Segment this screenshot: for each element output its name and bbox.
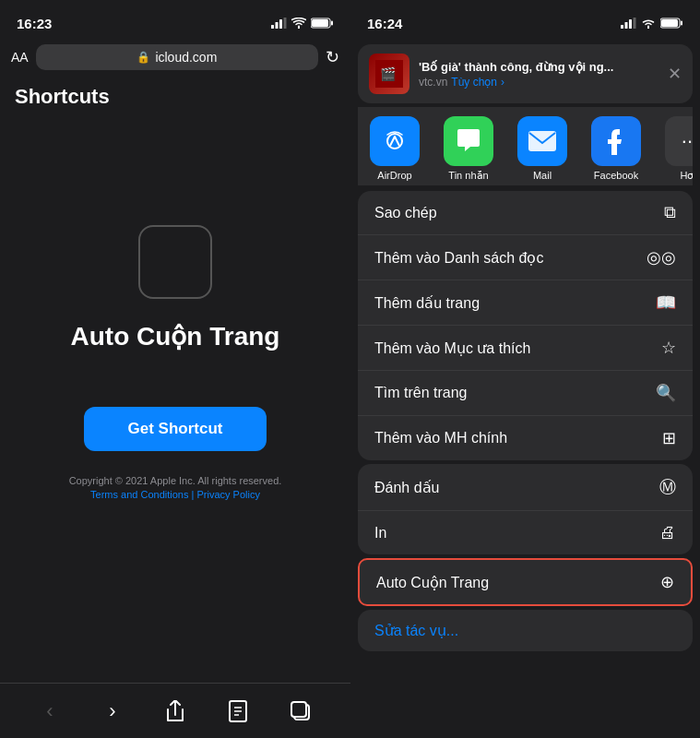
svg-rect-19: [681, 21, 682, 26]
menu-item-find[interactable]: Tìm trên trang 🔍: [358, 371, 693, 416]
shortcuts-title: Shortcuts: [0, 74, 350, 116]
share-notification: 🎬 'Bố già' thành công, đừng vội ng... vt…: [358, 44, 693, 103]
airdrop-icon: [370, 116, 420, 166]
svg-rect-2: [279, 19, 282, 29]
edit-actions-label: Sửa tác vụ...: [374, 623, 458, 638]
mail-label: Mail: [533, 170, 552, 181]
share-button[interactable]: [155, 691, 196, 732]
edit-actions-button[interactable]: Sửa tác vụ...: [358, 610, 693, 651]
menu-item-reading-list[interactable]: Thêm vào Danh sách đọc ◎◎: [358, 235, 693, 280]
back-button[interactable]: ‹: [30, 691, 70, 732]
svg-rect-14: [625, 22, 628, 29]
menu-item-bookmark[interactable]: Thêm dấu trang 📖: [358, 280, 693, 326]
url-bar[interactable]: 🔒 icloud.com: [36, 44, 318, 70]
notif-image: 🎬: [375, 60, 403, 88]
menu-item-bookmark-label: Thêm dấu trang: [374, 294, 480, 312]
svg-rect-5: [312, 19, 328, 27]
shortcut-icon: [138, 225, 212, 299]
facebook-label: Facebook: [594, 170, 638, 181]
left-panel: 16:23 AA: [0, 0, 350, 738]
share-app-mail[interactable]: Mail: [505, 116, 579, 182]
facebook-icon: [591, 116, 641, 166]
notif-close-button[interactable]: ✕: [668, 64, 682, 84]
bookmark-icon: 📖: [656, 292, 676, 313]
copyright-text: Copyright © 2021 Apple Inc. All rights r…: [69, 473, 282, 490]
notif-option-link[interactable]: Tùy chọn: [451, 76, 497, 89]
chevron-right-icon: ›: [501, 76, 504, 89]
menu-item-find-label: Tìm trên trang: [374, 385, 467, 401]
menu-item-add-home-label: Thêm vào MH chính: [374, 430, 507, 446]
shortcut-name: Auto Cuộn Trang: [71, 321, 280, 351]
url-text: icloud.com: [155, 50, 217, 65]
left-content: Auto Cuộn Trang Get Shortcut Copyright ©…: [0, 116, 350, 683]
share-apps-row: AirDrop Tin nhắn Mail: [358, 107, 693, 185]
right-battery-icon: [660, 18, 683, 29]
refresh-button[interactable]: ↻: [326, 47, 339, 67]
menu-item-markup[interactable]: Đánh dấu Ⓜ: [358, 464, 693, 511]
menu-item-favorites-label: Thêm vào Mục ưa thích: [374, 339, 530, 357]
left-time: 16:23: [17, 16, 52, 31]
svg-rect-0: [271, 25, 274, 29]
notif-source-name: vtc.vn: [419, 76, 447, 89]
left-status-bar: 16:23: [0, 0, 350, 41]
svg-rect-15: [629, 19, 632, 29]
menu-item-markup-label: Đánh dấu: [374, 479, 440, 496]
right-signal-icon: [621, 18, 636, 29]
more-label: Hơn: [680, 170, 693, 182]
wifi-icon: [291, 18, 306, 29]
svg-rect-12: [291, 702, 306, 717]
svg-rect-6: [331, 21, 333, 26]
right-panel: 16:24 🎬: [350, 0, 700, 738]
notif-source: vtc.vn Tùy chọn ›: [419, 76, 658, 89]
share-app-airdrop[interactable]: AirDrop: [358, 116, 432, 182]
share-app-more[interactable]: ··· Hơn: [653, 116, 693, 182]
auto-cuon-trang-row[interactable]: Auto Cuộn Trang ⊕: [358, 558, 693, 606]
print-icon: 🖨: [659, 523, 676, 542]
svg-rect-3: [284, 18, 287, 29]
svg-rect-18: [661, 19, 678, 27]
menu-item-copy-label: Sao chép: [374, 205, 437, 221]
markup-icon: Ⓜ: [659, 476, 676, 498]
aa-button[interactable]: AA: [11, 50, 29, 65]
battery-icon: [311, 18, 334, 29]
menu-item-copy[interactable]: Sao chép ⧉: [358, 191, 693, 235]
move-icon: ⊕: [660, 572, 674, 592]
copy-icon: ⧉: [664, 203, 676, 222]
lock-icon: 🔒: [136, 51, 150, 64]
svg-rect-23: [528, 131, 556, 151]
browser-bar: AA 🔒 icloud.com ↻: [0, 41, 350, 74]
right-status-bar: 16:24: [350, 0, 700, 41]
share-app-facebook[interactable]: Facebook: [579, 116, 653, 182]
mail-svg: [528, 130, 557, 152]
menu-item-print[interactable]: In 🖨: [358, 511, 693, 554]
menu-section-2: Đánh dấu Ⓜ In 🖨: [358, 464, 693, 554]
forward-button[interactable]: ›: [92, 691, 133, 732]
menu-item-reading-list-label: Thêm vào Danh sách đọc: [374, 249, 543, 267]
airdrop-svg: [381, 127, 409, 155]
bookmarks-icon: [229, 700, 247, 722]
messages-label: Tin nhắn: [448, 170, 488, 182]
menu-item-add-home[interactable]: Thêm vào MH chính ⊞: [358, 416, 693, 460]
right-wifi-icon: [641, 18, 656, 29]
bottom-nav: ‹ ›: [0, 683, 350, 738]
right-status-icons: [621, 18, 683, 29]
airdrop-label: AirDrop: [377, 170, 411, 181]
bookmarks-button[interactable]: [218, 691, 258, 732]
add-square-icon: ⊞: [662, 428, 676, 448]
notif-title: 'Bố già' thành công, đừng vội ng...: [419, 60, 658, 74]
menu-item-favorites[interactable]: Thêm vào Mục ưa thích ☆: [358, 326, 693, 371]
share-app-messages[interactable]: Tin nhắn: [432, 116, 505, 182]
tabs-icon: [291, 701, 311, 721]
svg-rect-16: [634, 18, 636, 29]
tabs-button[interactable]: [280, 691, 321, 732]
share-icon: [165, 700, 185, 722]
notif-content: 'Bố già' thành công, đừng vội ng... vtc.…: [419, 60, 658, 89]
copyright-links[interactable]: Terms and Conditions | Privacy Policy: [90, 489, 260, 500]
left-status-icons: [271, 18, 334, 29]
get-shortcut-button[interactable]: Get Shortcut: [84, 407, 267, 451]
search-icon: 🔍: [656, 383, 676, 403]
messages-icon: [444, 116, 493, 166]
right-time: 16:24: [367, 16, 402, 31]
facebook-svg: [603, 127, 629, 155]
menu-item-print-label: In: [374, 525, 386, 542]
